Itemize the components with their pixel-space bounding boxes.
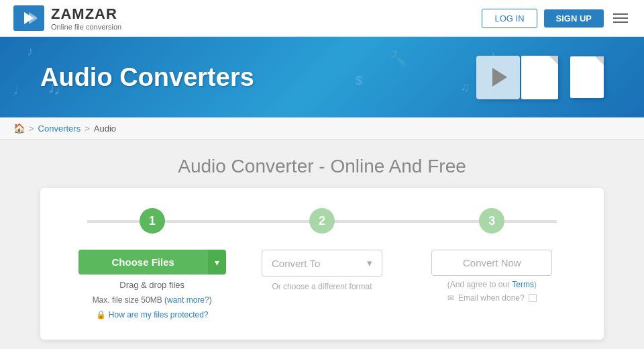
music-note-icon: ♪ [27,44,34,59]
convert-now-button[interactable]: Convert Now [431,250,552,276]
dropdown-arrow-icon: ▾ [367,257,372,269]
hamburger-menu[interactable] [610,11,631,26]
breadcrumb-sep1: > [29,123,34,134]
logo-area: ZAMZAR Online file conversion [13,5,121,31]
login-button[interactable]: LOG IN [482,9,537,28]
hamburger-line [613,21,628,23]
play-badge [476,56,520,99]
terms-link[interactable]: Terms [512,280,534,289]
main-card: 1 2 3 Choose Files ▾ Drag & drop files [40,188,604,340]
convert-to-dropdown[interactable]: Convert To ▾ [262,250,382,277]
step-1: 1 [67,208,237,234]
choose-files-wrapper: Choose Files ▾ [78,250,226,275]
lock-icon: 🔒 [96,310,106,319]
svg-marker-1 [29,12,37,24]
steps-row: 1 2 3 [67,208,577,234]
signup-button[interactable]: SIGN UP [544,9,604,28]
music-note-icon: ♫ [461,81,470,95]
action-row: Choose Files ▾ Drag & drop files Max. fi… [67,250,577,319]
email-icon: ✉ [447,293,454,303]
header: ZAMZAR Online file conversion LOG IN SIG… [0,0,644,37]
choose-files-dropdown-button[interactable]: ▾ [208,250,226,275]
step-bubble-3: 3 [479,208,504,234]
col-choose: Choose Files ▾ Drag & drop files Max. fi… [67,250,237,319]
col-convert-to: Convert To ▾ Or choose a different forma… [237,250,407,291]
email-label: Email when done? [458,293,525,303]
step-bubble-1: 1 [140,208,165,234]
dollar-icon: $ [356,74,362,88]
protected-label: How are my files protected? [109,310,209,319]
wrench-icon: 🔧 [389,50,407,68]
file-doc-icon [521,56,558,99]
breadcrumb: 🏠 > Converters > Audio [0,117,644,140]
logo-icon [13,5,44,31]
step-bubble-2: 2 [309,208,335,234]
breadcrumb-home-link[interactable]: 🏠 [13,123,25,134]
filesize-label: Max. file size 50MB ( [93,295,167,305]
terms-text: (And agree to our Terms) [447,280,537,289]
hamburger-line [613,13,628,15]
chevron-down-icon: ▾ [215,257,219,268]
logo-text: ZAMZAR Online file conversion [51,5,121,31]
files-protected-link[interactable]: 🔒 How are my files protected? [96,310,209,319]
choose-files-button[interactable]: Choose Files [78,250,208,275]
home-icon[interactable]: 🏠 [13,123,25,134]
banner: ♪ ♫ ♩ ♪ ♫ 🔧 $ Audio Converters [0,37,644,117]
logo-subtitle: Online file conversion [51,23,121,31]
want-more-link[interactable]: want more? [167,295,209,305]
step-2: 2 [237,208,407,234]
logo-title: ZAMZAR [51,5,121,23]
col-convert-now: Convert Now (And agree to our Terms) ✉ E… [407,250,577,303]
page-title-area: Audio Converter - Online And Free [0,140,644,188]
banner-file-icons [476,56,604,99]
play-triangle-icon [492,68,507,87]
format-hint-text: Or choose a different format [272,282,372,291]
file-doc2-icon [570,56,604,98]
drag-drop-text: Drag & drop files [119,280,184,290]
filesize-text: Max. file size 50MB (want more?) [93,295,212,305]
breadcrumb-converters-link[interactable]: Converters [38,123,81,134]
header-nav: LOG IN SIGN UP [482,9,631,28]
breadcrumb-sep2: > [85,123,90,134]
email-when-done-row: ✉ Email when done? [447,293,537,303]
email-checkbox[interactable] [529,294,537,302]
banner-title: Audio Converters [40,63,254,92]
hamburger-line [613,17,628,19]
convert-to-label: Convert To [272,258,320,269]
step-3: 3 [407,208,577,234]
page-title: Audio Converter - Online And Free [0,156,644,177]
music-note-icon: ♩ [13,84,19,97]
breadcrumb-current: Audio [94,123,116,134]
